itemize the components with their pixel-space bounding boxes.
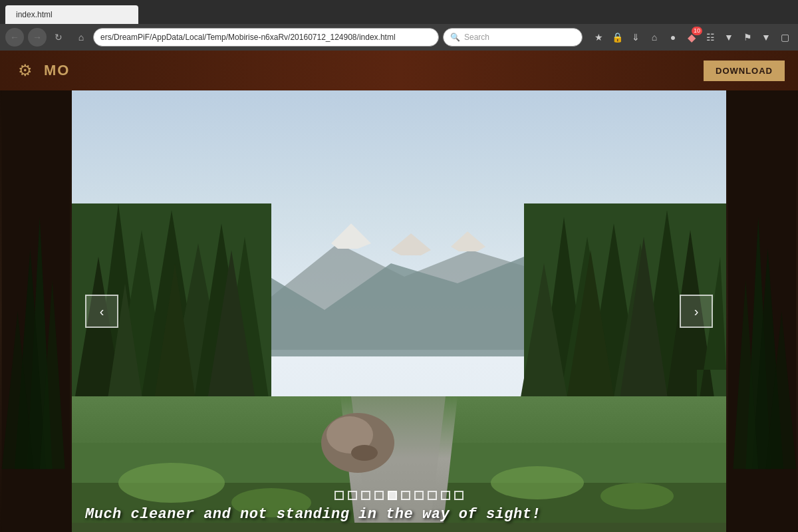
app-name: MO — [44, 62, 70, 79]
search-icon: 🔍 — [450, 33, 460, 42]
download-button[interactable]: DOWNLOAD — [704, 61, 785, 81]
carousel-dots — [334, 491, 464, 500]
page-content: ⚙ MO DOWNLOAD — [0, 51, 798, 532]
carousel-dot-7[interactable] — [428, 491, 437, 500]
security-icon[interactable]: 🔒 — [609, 29, 625, 45]
svg-point-49 — [491, 466, 584, 499]
side-panel-right — [726, 90, 798, 532]
svg-point-47 — [118, 463, 225, 503]
carousel: ‹ › Much cleaner and not standing in the… — [72, 90, 726, 532]
search-placeholder: Search — [464, 33, 489, 42]
next-icon: › — [694, 304, 699, 319]
download-icon[interactable]: ⇓ — [628, 29, 644, 45]
carousel-next-button[interactable]: › — [680, 295, 713, 328]
prev-icon: ‹ — [100, 304, 104, 319]
extensions-badge: 10 — [692, 27, 702, 35]
extensions-icon[interactable]: ◆ 10 — [684, 29, 700, 45]
browser-toolbar: ← → ↻ ⌂ ers/DreamPiF/AppData/Local/Temp/… — [0, 24, 798, 51]
browser-chrome: index.html ← → ↻ ⌂ ers/DreamPiF/AppData/… — [0, 0, 798, 51]
back-button[interactable]: ← — [5, 28, 24, 47]
carousel-dot-8[interactable] — [441, 491, 450, 500]
privacy-icon[interactable]: ● — [665, 29, 681, 45]
carousel-dot-4[interactable] — [388, 491, 397, 500]
carousel-image — [72, 90, 726, 532]
bookmark-icon[interactable]: ★ — [591, 29, 606, 45]
forward-button[interactable]: → — [28, 28, 47, 47]
right-panel-art — [726, 90, 798, 532]
dropdown-icon-1[interactable]: ▼ — [721, 29, 737, 45]
home-button[interactable]: ⌂ — [73, 29, 89, 45]
carousel-dot-9[interactable] — [454, 491, 464, 500]
dropdown-icon-2[interactable]: ▼ — [758, 29, 774, 45]
app-logo: ⚙ MO — [13, 59, 70, 82]
app-header: ⚙ MO DOWNLOAD — [0, 51, 798, 90]
svg-point-45 — [351, 445, 378, 461]
tab-title: index.html — [16, 10, 53, 19]
toolbar-icons: ★ 🔒 ⇓ ⌂ ● ◆ 10 ☷ ▼ ⚑ ▼ ▢ — [591, 29, 793, 45]
landscape-svg — [72, 90, 726, 532]
carousel-caption: Much cleaner and not standing in the way… — [72, 506, 726, 528]
side-panel-left — [0, 90, 72, 532]
url-bar[interactable]: ers/DreamPiF/AppData/Local/Temp/Mobirise… — [93, 28, 439, 47]
search-bar[interactable]: 🔍 Search — [443, 28, 583, 47]
url-text: ers/DreamPiF/AppData/Local/Temp/Mobirise… — [100, 33, 396, 42]
system-icon[interactable]: ▢ — [777, 29, 793, 45]
app-header-right: DOWNLOAD — [704, 61, 785, 81]
tab-bar: index.html — [0, 0, 798, 24]
grid-icon[interactable]: ☷ — [702, 29, 718, 45]
carousel-prev-button[interactable]: ‹ — [85, 295, 118, 328]
flag-icon[interactable]: ⚑ — [739, 29, 755, 45]
carousel-dot-1[interactable] — [348, 491, 357, 500]
carousel-dot-6[interactable] — [414, 491, 424, 500]
gear-icon: ⚙ — [13, 59, 37, 82]
reload-icon: ↻ — [55, 32, 63, 43]
home-icon[interactable]: ⌂ — [646, 29, 662, 45]
carousel-dot-0[interactable] — [334, 491, 344, 500]
svg-point-50 — [600, 483, 674, 509]
carousel-dot-2[interactable] — [361, 491, 370, 500]
reload-button[interactable]: ↻ — [51, 29, 66, 45]
caption-text: Much cleaner and not standing in the way… — [85, 506, 541, 523]
browser-tab[interactable]: index.html — [5, 5, 138, 24]
left-panel-art — [0, 90, 72, 532]
carousel-dot-3[interactable] — [374, 491, 384, 500]
carousel-dot-5[interactable] — [401, 491, 410, 500]
